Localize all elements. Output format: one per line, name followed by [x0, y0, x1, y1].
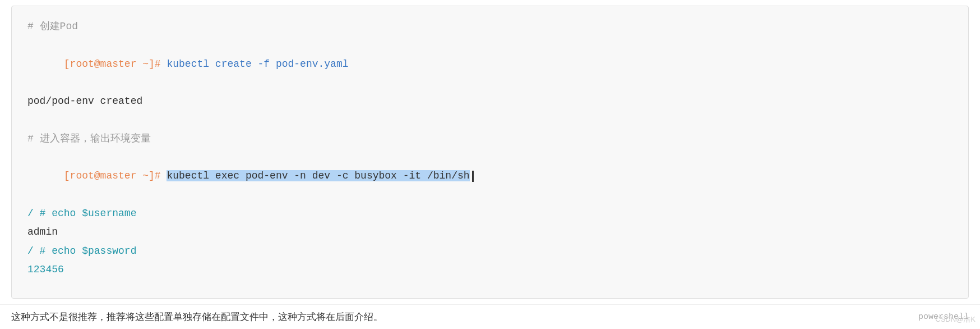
- line-echo-username: / # echo $username: [27, 204, 953, 223]
- code-block: # 创建Pod [root@master ~]# kubectl create …: [11, 6, 969, 299]
- line-command-2: [root@master ~]# kubectl exec pod-env -n…: [27, 148, 953, 204]
- line-output-password: 123456: [27, 261, 953, 279]
- command-1: kubectl create -f pod-env.yaml: [167, 58, 348, 70]
- empty-line: [27, 111, 953, 129]
- line-comment-1: # 创建Pod: [27, 17, 953, 36]
- csdn-watermark: CSDN@浩K: [935, 314, 976, 325]
- bottom-bar: 这种方式不是很推荐，推荐将这些配置单独存储在配置文件中，这种方式将在后面介绍。 …: [0, 304, 980, 329]
- command-2-highlighted: kubectl exec pod-env -n dev -c busybox -…: [167, 170, 469, 181]
- main-container: # 创建Pod [root@master ~]# kubectl create …: [0, 0, 980, 329]
- cursor-bar: [472, 171, 474, 182]
- line-echo-password: / # echo $password: [27, 242, 953, 261]
- prompt-1: [root@master ~]#: [64, 58, 167, 70]
- line-command-1: [root@master ~]# kubectl create -f pod-e…: [27, 36, 953, 92]
- line-output-admin: admin: [27, 223, 953, 241]
- line-output-1: pod/pod-env created: [27, 92, 953, 111]
- bottom-description: 这种方式不是很推荐，推荐将这些配置单独存储在配置文件中，这种方式将在后面介绍。: [11, 310, 383, 323]
- prompt-2: [root@master ~]#: [64, 170, 167, 181]
- line-comment-2: # 进入容器，输出环境变量: [27, 130, 953, 148]
